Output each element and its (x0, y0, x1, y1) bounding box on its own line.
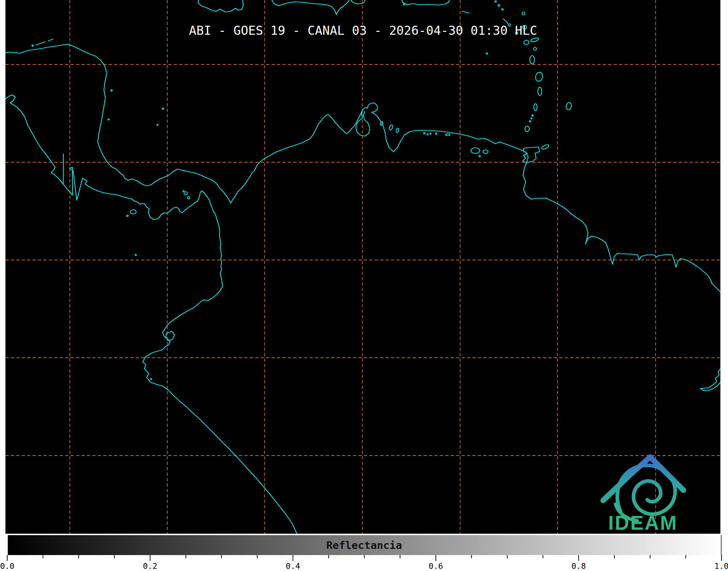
colorbar-tick-label: 0.8 (572, 562, 586, 571)
colorbar-tick-label: 0.2 (143, 562, 157, 571)
satellite-map-canvas: ABI - GOES 19 - CANAL 03 - 2026-04-30 01… (0, 0, 728, 571)
satellite-figure: ABI - GOES 19 - CANAL 03 - 2026-04-30 01… (0, 0, 728, 571)
map-background (5, 0, 720, 534)
colorbar: Reflectancia 0.0 0.2 0.4 0.6 0.8 1.0 (0, 535, 728, 571)
colorbar-tick-label: 0.6 (429, 562, 443, 571)
colorbar-tick-label: 1.0 (714, 562, 728, 571)
map-title: ABI - GOES 19 - CANAL 03 - 2026-04-30 01… (189, 23, 537, 38)
colorbar-tick-label: 0.0 (0, 562, 14, 571)
colorbar-ticks (7, 555, 721, 561)
ideam-logo-text: IDEAM (608, 512, 678, 534)
colorbar-label: Reflectancia (326, 539, 402, 551)
colorbar-tick-label: 0.4 (286, 562, 300, 571)
colorbar-tick-labels: 0.0 0.2 0.4 0.6 0.8 1.0 (0, 562, 728, 571)
